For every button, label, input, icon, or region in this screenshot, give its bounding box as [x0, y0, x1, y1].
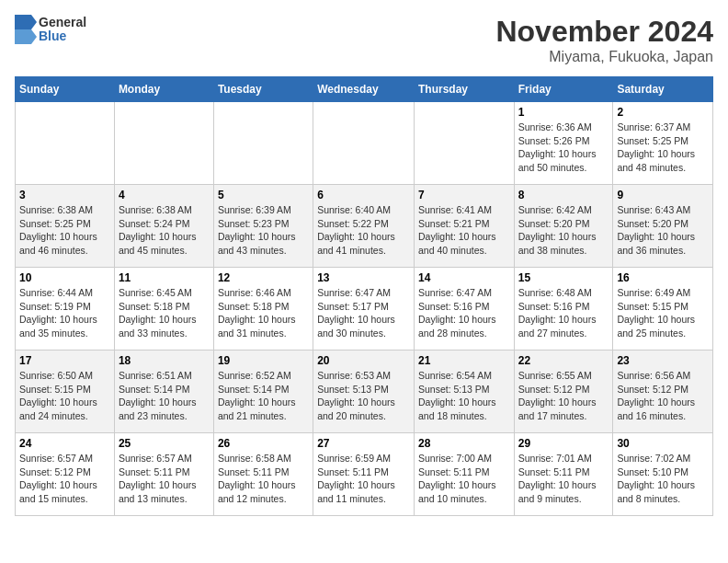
header-cell-wednesday: Wednesday	[313, 77, 415, 102]
day-cell: 11Sunrise: 6:45 AM Sunset: 5:18 PM Dayli…	[114, 268, 213, 350]
day-info: Sunrise: 6:56 AM Sunset: 5:12 PM Dayligh…	[617, 369, 709, 423]
day-info: Sunrise: 6:50 AM Sunset: 5:15 PM Dayligh…	[19, 369, 110, 423]
day-info: Sunrise: 6:48 AM Sunset: 5:16 PM Dayligh…	[518, 286, 609, 340]
day-number: 13	[317, 271, 410, 284]
day-cell: 24Sunrise: 6:57 AM Sunset: 5:12 PM Dayli…	[16, 433, 115, 516]
day-info: Sunrise: 6:49 AM Sunset: 5:15 PM Dayligh…	[617, 286, 709, 340]
day-cell: 2Sunrise: 6:37 AM Sunset: 5:25 PM Daylig…	[613, 102, 713, 185]
day-info: Sunrise: 6:36 AM Sunset: 5:26 PM Dayligh…	[518, 121, 609, 175]
day-number: 24	[19, 437, 110, 450]
day-number: 29	[518, 437, 609, 450]
week-row-2: 3Sunrise: 6:38 AM Sunset: 5:25 PM Daylig…	[16, 185, 713, 268]
day-info: Sunrise: 6:38 AM Sunset: 5:25 PM Dayligh…	[19, 203, 110, 258]
calendar-table: SundayMondayTuesdayWednesdayThursdayFrid…	[15, 76, 713, 516]
week-row-5: 24Sunrise: 6:57 AM Sunset: 5:12 PM Dayli…	[16, 433, 713, 516]
header-cell-saturday: Saturday	[613, 77, 713, 102]
day-number: 5	[218, 189, 309, 201]
day-cell: 17Sunrise: 6:50 AM Sunset: 5:15 PM Dayli…	[16, 350, 115, 433]
day-info: Sunrise: 6:46 AM Sunset: 5:18 PM Dayligh…	[218, 286, 309, 340]
day-cell: 12Sunrise: 6:46 AM Sunset: 5:18 PM Dayli…	[213, 268, 313, 350]
day-number: 7	[418, 189, 510, 201]
day-cell: 30Sunrise: 7:02 AM Sunset: 5:10 PM Dayli…	[613, 433, 713, 516]
day-info: Sunrise: 6:58 AM Sunset: 5:11 PM Dayligh…	[218, 452, 309, 506]
day-cell: 3Sunrise: 6:38 AM Sunset: 5:25 PM Daylig…	[16, 185, 115, 268]
svg-marker-0	[15, 15, 37, 29]
day-number: 8	[518, 189, 609, 201]
day-cell: 9Sunrise: 6:43 AM Sunset: 5:20 PM Daylig…	[613, 185, 713, 268]
day-info: Sunrise: 6:51 AM Sunset: 5:14 PM Dayligh…	[119, 369, 210, 423]
day-number: 22	[518, 354, 609, 367]
svg-marker-1	[15, 29, 37, 44]
day-number: 6	[317, 189, 410, 201]
day-number: 21	[418, 354, 510, 367]
day-cell	[313, 102, 415, 185]
day-cell: 8Sunrise: 6:42 AM Sunset: 5:20 PM Daylig…	[514, 185, 613, 268]
calendar-subtitle: Miyama, Fukuoka, Japan	[495, 49, 713, 65]
day-number: 25	[119, 437, 210, 450]
day-cell: 20Sunrise: 6:53 AM Sunset: 5:13 PM Dayli…	[313, 350, 415, 433]
day-info: Sunrise: 7:02 AM Sunset: 5:10 PM Dayligh…	[617, 452, 709, 506]
week-row-4: 17Sunrise: 6:50 AM Sunset: 5:15 PM Dayli…	[16, 350, 713, 433]
day-cell: 13Sunrise: 6:47 AM Sunset: 5:17 PM Dayli…	[313, 268, 415, 350]
day-number: 20	[317, 354, 410, 367]
logo-general: General	[39, 16, 86, 29]
day-cell: 26Sunrise: 6:58 AM Sunset: 5:11 PM Dayli…	[213, 433, 313, 516]
day-cell: 6Sunrise: 6:40 AM Sunset: 5:22 PM Daylig…	[313, 185, 415, 268]
day-cell: 5Sunrise: 6:39 AM Sunset: 5:23 PM Daylig…	[213, 185, 313, 268]
day-info: Sunrise: 6:37 AM Sunset: 5:25 PM Dayligh…	[617, 121, 709, 175]
day-info: Sunrise: 6:53 AM Sunset: 5:13 PM Dayligh…	[317, 369, 410, 423]
week-row-1: 1Sunrise: 6:36 AM Sunset: 5:26 PM Daylig…	[16, 102, 713, 185]
header-cell-thursday: Thursday	[414, 77, 514, 102]
day-cell: 21Sunrise: 6:54 AM Sunset: 5:13 PM Dayli…	[414, 350, 514, 433]
header-cell-sunday: Sunday	[16, 77, 115, 102]
day-info: Sunrise: 7:01 AM Sunset: 5:11 PM Dayligh…	[518, 452, 609, 506]
day-cell: 7Sunrise: 6:41 AM Sunset: 5:21 PM Daylig…	[414, 185, 514, 268]
day-info: Sunrise: 6:39 AM Sunset: 5:23 PM Dayligh…	[218, 203, 309, 258]
day-cell: 1Sunrise: 6:36 AM Sunset: 5:26 PM Daylig…	[514, 102, 613, 185]
day-number: 14	[418, 271, 510, 284]
day-info: Sunrise: 6:52 AM Sunset: 5:14 PM Dayligh…	[218, 369, 309, 423]
day-number: 1	[518, 106, 609, 119]
day-info: Sunrise: 6:45 AM Sunset: 5:18 PM Dayligh…	[119, 286, 210, 340]
day-number: 9	[617, 189, 709, 201]
day-info: Sunrise: 6:42 AM Sunset: 5:20 PM Dayligh…	[518, 203, 609, 258]
title-block: November 2024 Miyama, Fukuoka, Japan	[495, 15, 713, 65]
header-cell-monday: Monday	[114, 77, 213, 102]
day-info: Sunrise: 6:59 AM Sunset: 5:11 PM Dayligh…	[317, 452, 410, 506]
day-cell	[213, 102, 313, 185]
day-cell: 23Sunrise: 6:56 AM Sunset: 5:12 PM Dayli…	[613, 350, 713, 433]
day-number: 16	[617, 271, 709, 284]
day-cell: 16Sunrise: 6:49 AM Sunset: 5:15 PM Dayli…	[613, 268, 713, 350]
day-info: Sunrise: 6:43 AM Sunset: 5:20 PM Dayligh…	[617, 203, 709, 258]
day-info: Sunrise: 6:55 AM Sunset: 5:12 PM Dayligh…	[518, 369, 609, 423]
calendar-header: SundayMondayTuesdayWednesdayThursdayFrid…	[16, 77, 713, 102]
day-number: 12	[218, 271, 309, 284]
page-header: General Blue November 2024 Miyama, Fukuo…	[15, 15, 713, 65]
day-number: 26	[218, 437, 309, 450]
logo-text: General Blue	[39, 16, 86, 44]
day-number: 15	[518, 271, 609, 284]
day-cell: 15Sunrise: 6:48 AM Sunset: 5:16 PM Dayli…	[514, 268, 613, 350]
day-number: 30	[617, 437, 709, 450]
day-cell: 27Sunrise: 6:59 AM Sunset: 5:11 PM Dayli…	[313, 433, 415, 516]
day-cell: 19Sunrise: 6:52 AM Sunset: 5:14 PM Dayli…	[213, 350, 313, 433]
day-cell: 4Sunrise: 6:38 AM Sunset: 5:24 PM Daylig…	[114, 185, 213, 268]
day-info: Sunrise: 6:38 AM Sunset: 5:24 PM Dayligh…	[119, 203, 210, 258]
day-number: 4	[119, 189, 210, 201]
day-info: Sunrise: 6:44 AM Sunset: 5:19 PM Dayligh…	[19, 286, 110, 340]
day-info: Sunrise: 7:00 AM Sunset: 5:11 PM Dayligh…	[418, 452, 510, 506]
day-cell: 10Sunrise: 6:44 AM Sunset: 5:19 PM Dayli…	[16, 268, 115, 350]
day-cell: 28Sunrise: 7:00 AM Sunset: 5:11 PM Dayli…	[414, 433, 514, 516]
day-cell: 25Sunrise: 6:57 AM Sunset: 5:11 PM Dayli…	[114, 433, 213, 516]
day-info: Sunrise: 6:40 AM Sunset: 5:22 PM Dayligh…	[317, 203, 410, 258]
day-cell	[414, 102, 514, 185]
day-number: 28	[418, 437, 510, 450]
day-number: 2	[617, 106, 709, 119]
calendar-title: November 2024	[495, 15, 713, 49]
day-info: Sunrise: 6:47 AM Sunset: 5:17 PM Dayligh…	[317, 286, 410, 340]
logo: General Blue	[15, 15, 86, 44]
day-info: Sunrise: 6:41 AM Sunset: 5:21 PM Dayligh…	[418, 203, 510, 258]
day-cell: 14Sunrise: 6:47 AM Sunset: 5:16 PM Dayli…	[414, 268, 514, 350]
day-number: 17	[19, 354, 110, 367]
day-cell	[114, 102, 213, 185]
